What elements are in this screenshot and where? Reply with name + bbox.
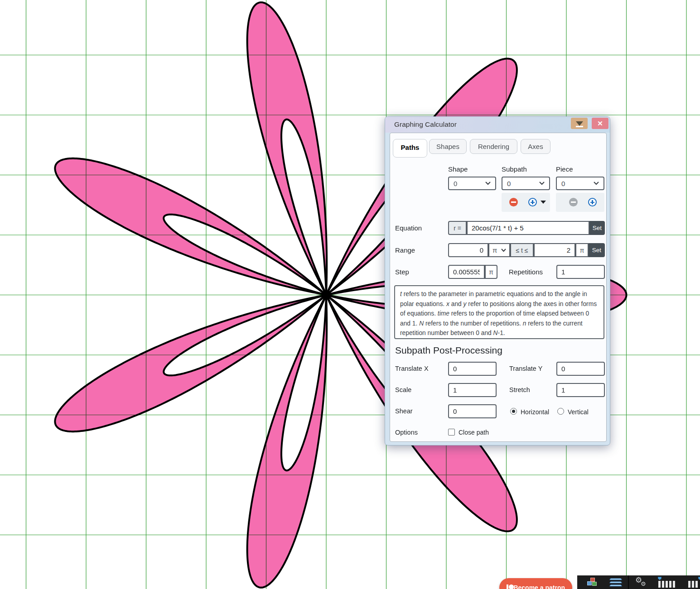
add-subpath-menu-caret[interactable] [541, 201, 546, 204]
repetitions-input[interactable] [556, 265, 605, 279]
patron-button-label: Become a patron [513, 584, 565, 589]
equation-label: Equation [395, 224, 422, 232]
shape-select-value: 0 [454, 180, 457, 187]
options-label: Options [395, 429, 418, 436]
tab-axes[interactable]: Axes [521, 139, 550, 154]
horizontal-radio[interactable] [510, 408, 517, 415]
chevron-down-icon [485, 182, 491, 185]
close-icon: ✕ [597, 120, 603, 128]
step-input[interactable] [448, 265, 485, 279]
piece-label: Piece [556, 165, 573, 173]
piece-select[interactable]: 0 [556, 177, 604, 190]
chevron-down-icon [501, 249, 506, 252]
range-min-unit-select[interactable]: π [488, 243, 510, 257]
range-between-label: ≤ t ≤ [510, 243, 534, 257]
remove-piece-button[interactable] [569, 198, 578, 206]
translate-y-input[interactable] [556, 362, 605, 376]
horizontal-label: Horizontal [521, 408, 549, 416]
tab-paths[interactable]: Paths [393, 139, 427, 158]
piano-keys-icon-partial[interactable] [688, 577, 700, 588]
close-path-label: Close path [459, 429, 489, 436]
subpath-label: Subpath [502, 165, 527, 173]
scale-label: Scale [395, 386, 411, 393]
range-max-input[interactable] [534, 243, 575, 257]
translate-y-label: Translate Y [509, 365, 542, 372]
gears-icon[interactable]: ⚙ ⚙ [635, 576, 649, 588]
stretch-input[interactable] [556, 383, 605, 397]
close-path-checkbox[interactable] [448, 429, 455, 436]
piece-select-value: 0 [561, 180, 565, 187]
shape-select[interactable]: 0 [448, 177, 496, 190]
shear-label: Shear [395, 407, 413, 415]
subpath-select[interactable]: 0 [502, 177, 550, 190]
range-label: Range [395, 246, 415, 254]
range-min-unit-value: π [492, 246, 497, 254]
remove-subpath-button[interactable] [509, 198, 518, 206]
equation-set-button[interactable]: Set [589, 221, 605, 235]
toolbar-divider [628, 575, 629, 589]
app-canvas: Graphing Calculator ✕ Paths Shapes Rende… [0, 0, 700, 589]
chevron-down-icon [539, 182, 545, 185]
become-a-patron-button[interactable]: Become a patron [499, 578, 572, 589]
tab-rendering[interactable]: Rendering [470, 139, 517, 154]
collapse-funnel-icon [576, 121, 583, 126]
chevron-down-icon [594, 182, 599, 185]
close-button[interactable]: ✕ [592, 118, 608, 129]
graphing-calculator-dialog: Graphing Calculator ✕ Paths Shapes Rende… [385, 116, 610, 445]
add-subpath-button[interactable] [528, 198, 537, 206]
repetitions-label: Repetitions [509, 268, 543, 276]
range-min-input[interactable] [448, 243, 488, 257]
collapse-button[interactable] [571, 118, 588, 129]
shear-input[interactable] [448, 404, 497, 418]
dialog-panel: Paths Shapes Rendering Axes Shape Subpat… [390, 133, 607, 442]
stretch-label: Stretch [509, 386, 530, 393]
equation-prefix: r = [448, 221, 467, 235]
step-unit: π [485, 265, 497, 279]
cubes-icon[interactable] [587, 578, 597, 586]
translate-x-label: Translate X [395, 365, 429, 372]
patreon-icon [507, 584, 509, 589]
piano-keys-icon[interactable] [658, 577, 676, 588]
tab-shapes[interactable]: Shapes [429, 139, 467, 154]
subpath-select-value: 0 [507, 180, 511, 187]
range-set-button[interactable]: Set [589, 243, 605, 257]
layers-icon[interactable] [610, 577, 622, 587]
parameter-help-text: t refers to the parameter in parametric … [394, 285, 604, 339]
vertical-label: Vertical [568, 408, 589, 416]
scale-input[interactable] [448, 383, 497, 397]
bottom-toolbar: ⚙ ⚙ [577, 575, 700, 589]
range-max-unit: π [575, 243, 589, 257]
shape-label: Shape [448, 165, 468, 173]
post-processing-heading: Subpath Post-Processing [395, 345, 502, 356]
dialog-title: Graphing Calculator [394, 120, 457, 129]
step-label: Step [395, 268, 409, 276]
translate-x-input[interactable] [448, 362, 497, 376]
vertical-radio[interactable] [557, 408, 564, 415]
piece-actions [556, 193, 604, 212]
subpath-actions [502, 193, 550, 212]
equation-input[interactable] [467, 221, 589, 235]
dialog-titlebar[interactable]: Graphing Calculator ✕ [385, 117, 610, 133]
add-piece-button[interactable] [588, 198, 597, 206]
